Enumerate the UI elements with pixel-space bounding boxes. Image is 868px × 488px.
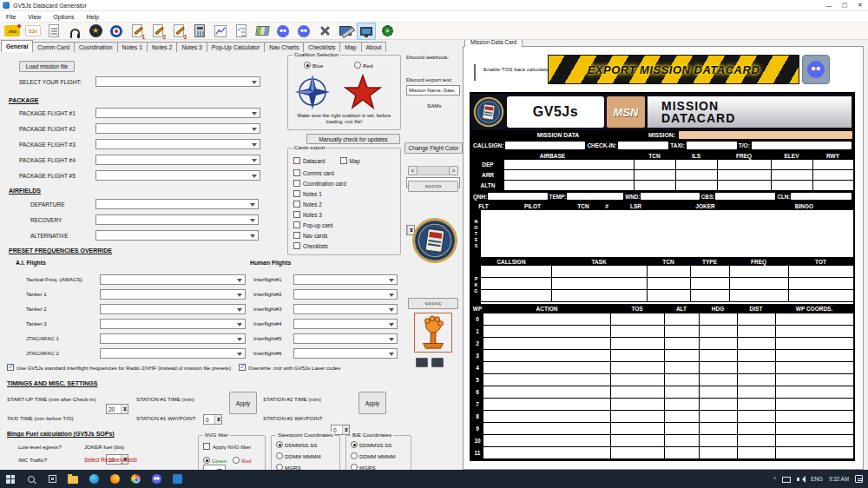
tab[interactable]: General	[1, 40, 33, 52]
ai-freq-combo[interactable]	[100, 274, 246, 285]
interflight-combo[interactable]	[293, 319, 398, 329]
steerpoint-ddmm-radio[interactable]	[276, 452, 283, 459]
discord-export-button[interactable]	[802, 55, 830, 84]
chrome-icon[interactable]	[125, 470, 146, 488]
display-settings-icon[interactable]	[358, 23, 375, 39]
interflight-combo[interactable]	[293, 289, 398, 300]
tools-icon[interactable]	[316, 23, 333, 39]
load-mission-file-button[interactable]: Load mission file	[19, 61, 75, 72]
export-card-checkbox[interactable]	[293, 190, 300, 197]
mini-display-button-1[interactable]	[416, 358, 428, 367]
nvg-red-radio[interactable]	[233, 457, 240, 464]
repair-icon[interactable]	[337, 23, 354, 39]
app-settings-icon[interactable]	[378, 23, 396, 39]
change-flight-color-button[interactable]: Change Flight Color	[404, 142, 463, 154]
checklists-icon[interactable]	[233, 23, 250, 39]
comms-headset-icon[interactable]	[66, 23, 83, 39]
coalition-red-radio[interactable]	[354, 62, 361, 69]
display-tray-icon[interactable]	[782, 477, 791, 483]
tos-back-calc-checkbox[interactable]	[474, 64, 476, 81]
edge-icon[interactable]	[83, 470, 104, 488]
tab[interactable]: Checklists	[303, 42, 340, 52]
airfield-combo[interactable]	[95, 214, 259, 225]
steerpoint-ddmmss-radio[interactable]	[276, 441, 283, 448]
ai-freq-combo[interactable]	[100, 319, 246, 329]
export-card-checkbox[interactable]	[293, 201, 300, 208]
start-button[interactable]	[0, 470, 21, 488]
package-flight-combo[interactable]	[95, 123, 260, 134]
interflight-freq-checkbox[interactable]	[7, 364, 14, 371]
task-view-icon[interactable]	[42, 470, 62, 488]
tab[interactable]: About	[361, 42, 387, 52]
be-ddmmss-radio[interactable]	[351, 441, 358, 448]
fast-back-button[interactable]: <<<<<	[408, 298, 458, 309]
select-flight-combo[interactable]	[95, 76, 260, 87]
export-card-checkbox[interactable]	[293, 232, 300, 239]
firefox-icon[interactable]	[104, 470, 125, 488]
flight-next-button[interactable]: >	[449, 166, 458, 175]
roundel-icon[interactable]	[108, 23, 125, 39]
apply-station1-button[interactable]: Apply	[229, 392, 257, 414]
interflight-combo[interactable]	[293, 333, 398, 344]
clock[interactable]: 9:32 AM	[829, 476, 849, 482]
miz-file-icon[interactable]: .miz	[3, 23, 21, 39]
ai-freq-combo[interactable]	[100, 304, 246, 314]
menu-item[interactable]: Help	[80, 14, 104, 20]
discord-taskbar-icon[interactable]	[146, 470, 167, 488]
interflight-combo[interactable]	[293, 304, 398, 314]
coordination-star-icon[interactable]: ★	[87, 23, 104, 39]
check-updates-button[interactable]: Manually check for updates	[306, 134, 400, 144]
package-flight-combo[interactable]	[95, 155, 260, 165]
mini-display-button-2[interactable]	[431, 358, 444, 367]
station1-time-stepper[interactable]: 0	[203, 414, 222, 425]
menu-item[interactable]: View	[22, 14, 47, 20]
tab[interactable]: Nav Charts	[264, 42, 304, 52]
discord-export-text-input[interactable]: Mission Name, Date,	[406, 85, 460, 96]
tab[interactable]: Comm Card	[32, 42, 75, 52]
apply-station2-button[interactable]: Apply	[358, 392, 386, 414]
minimize-button[interactable]: —	[821, 0, 837, 10]
interflight-combo[interactable]	[293, 348, 398, 359]
discord-icon-1[interactable]	[274, 23, 292, 39]
export-card-checkbox[interactable]	[293, 211, 300, 218]
airfield-combo[interactable]	[95, 230, 259, 241]
ai-freq-combo[interactable]	[100, 348, 246, 359]
close-button[interactable]: ✕	[852, 0, 868, 10]
package-flight-combo[interactable]	[95, 170, 260, 181]
export-card-checkbox[interactable]	[293, 169, 300, 176]
menu-item[interactable]: File	[0, 14, 22, 20]
ai-freq-combo[interactable]	[100, 333, 246, 344]
file-explorer-icon[interactable]	[62, 470, 83, 488]
overwrite-miz-checkbox[interactable]	[239, 364, 246, 371]
popup-calculator-icon[interactable]	[191, 23, 208, 39]
be-ddmm-radio[interactable]	[351, 452, 358, 459]
steerpoint-mgrs-radio[interactable]	[276, 464, 283, 470]
tab[interactable]: Notes 3	[176, 42, 207, 52]
language-indicator[interactable]: ENG	[811, 476, 823, 482]
menu-item[interactable]: Options	[47, 14, 80, 20]
nvg-green-radio[interactable]	[203, 457, 210, 464]
search-icon[interactable]	[21, 470, 42, 488]
export-datacard-checkbox[interactable]	[293, 157, 300, 164]
export-map-checkbox[interactable]	[340, 157, 347, 164]
export-card-checkbox[interactable]	[293, 180, 300, 187]
flight-prev-button[interactable]: <	[408, 166, 418, 175]
discord-icon-2[interactable]	[295, 23, 312, 39]
joystick-icon[interactable]	[414, 313, 452, 353]
5js-file-icon[interactable]: 5Js	[24, 23, 42, 39]
ai-freq-combo[interactable]	[100, 289, 246, 300]
be-mgrs-radio[interactable]	[351, 464, 358, 470]
interflight-combo[interactable]	[293, 274, 398, 285]
tab[interactable]: Notes 1	[117, 42, 148, 52]
action-center-icon[interactable]	[855, 475, 863, 483]
fast-forward-button[interactable]: >>>>>	[408, 181, 458, 192]
notes1-icon[interactable]: 1	[128, 23, 146, 39]
datacard-icon[interactable]	[45, 23, 62, 39]
tab[interactable]: Notes 2	[147, 42, 177, 52]
nav-charts-icon[interactable]	[212, 23, 229, 39]
tab[interactable]: Map	[339, 42, 361, 52]
coalition-blue-radio[interactable]	[304, 62, 311, 69]
tray-expand-icon[interactable]: ^	[773, 476, 776, 482]
map-icon[interactable]	[253, 23, 271, 39]
package-flight-combo[interactable]	[95, 108, 260, 118]
